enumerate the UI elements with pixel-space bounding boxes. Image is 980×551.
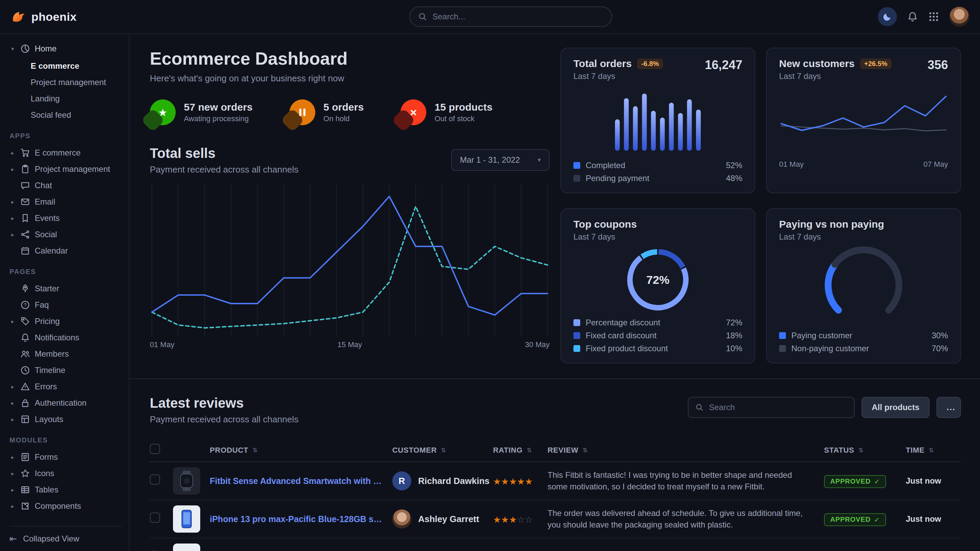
star-icon: [21, 468, 30, 478]
more-options-button[interactable]: ...: [936, 397, 961, 418]
review-time: Just now: [906, 476, 961, 486]
column-header-rating[interactable]: RATING⇅: [493, 446, 547, 455]
review-time: Just now: [906, 514, 961, 524]
sidebar-item-timeline[interactable]: Timeline: [10, 362, 122, 378]
apps-grid-button[interactable]: [928, 11, 939, 22]
reviews-title: Latest reviews: [150, 394, 298, 412]
puzzle-icon: [21, 501, 30, 511]
reviews-table: PRODUCT⇅ CUSTOMER⇅ RATING⇅ REVIEW⇅ STATU…: [150, 439, 961, 551]
sidebar-item-social[interactable]: ▸ Social: [10, 226, 122, 243]
total-sells-title: Total sells: [150, 144, 298, 162]
column-header-status[interactable]: STATUS⇅: [824, 446, 906, 455]
total-sells-x-axis: 01 May 15 May 30 May: [150, 340, 550, 349]
caret-right-icon: ▸: [10, 215, 16, 222]
sort-icon: ⇅: [441, 446, 446, 454]
sidebar-item-errors[interactable]: ▸ Errors: [10, 378, 122, 395]
column-header-review[interactable]: REVIEW⇅: [547, 446, 824, 455]
stat-value: 57 new orders: [184, 102, 253, 113]
paying-gauge-chart: [821, 243, 906, 314]
status-badge: APPROVED✓: [824, 513, 886, 526]
card-value: 16,247: [705, 58, 742, 72]
card-caption: Last 7 days: [573, 71, 705, 81]
sidebar-item-starter[interactable]: Starter: [10, 280, 122, 297]
sidebar-item-layouts[interactable]: ▸ Layouts: [10, 411, 122, 427]
legend-item: Pending payment 48%: [573, 173, 742, 183]
global-search[interactable]: [409, 6, 612, 27]
all-products-button[interactable]: All products: [862, 397, 930, 418]
theme-toggle-button[interactable]: [878, 7, 897, 26]
table-row: [150, 538, 961, 551]
card-title: New customers: [779, 58, 855, 70]
brand[interactable]: phoenix: [11, 9, 76, 24]
notifications-button[interactable]: [907, 11, 918, 22]
sidebar-subitem-social-feed[interactable]: Social feed: [31, 107, 122, 123]
legend-item: Non-paying customer 70%: [779, 344, 948, 353]
sidebar-item-members[interactable]: Members: [10, 346, 122, 362]
sidebar-item-icons[interactable]: ▸ Icons: [10, 465, 122, 481]
user-avatar[interactable]: [949, 7, 969, 27]
search-icon: [695, 403, 703, 411]
sidebar-subitem-landing[interactable]: Landing: [31, 91, 122, 107]
select-all-checkbox[interactable]: [150, 444, 160, 454]
row-checkbox[interactable]: [150, 475, 160, 484]
sidebar-subitem-project-management[interactable]: Project management: [31, 74, 122, 91]
sidebar-item-home[interactable]: ▾ Home: [10, 40, 122, 58]
star-icon: ★: [150, 99, 176, 125]
form-icon: [21, 452, 30, 462]
column-header-product[interactable]: PRODUCT⇅: [173, 446, 392, 455]
stat-caption: Out of stock: [434, 114, 492, 123]
product-thumbnail[interactable]: [173, 543, 200, 551]
stat-value: 15 products: [434, 102, 492, 113]
rating-stars: ★★★☆☆: [493, 513, 547, 526]
dashboard-header-section: Ecommerce Dashboard Here's what's going …: [150, 48, 550, 364]
brand-name: phoenix: [31, 10, 76, 24]
row-checkbox[interactable]: [150, 513, 160, 523]
stat-orders-on-hold: 5 orders On hold: [290, 99, 364, 125]
collapse-sidebar-toggle[interactable]: ⇤ Collapsed View: [10, 526, 122, 551]
close-icon: ×: [401, 99, 426, 125]
sidebar-item-email[interactable]: ▸ Email: [10, 194, 122, 210]
reviews-search-input[interactable]: [709, 403, 847, 412]
sidebar-item-ecommerce-app[interactable]: ▸ E commerce: [10, 144, 122, 161]
card-value: 356: [928, 58, 948, 72]
sidebar-item-authentication[interactable]: ▸ Authentication: [10, 395, 122, 411]
caret-right-icon: ▸: [10, 470, 16, 477]
sidebar-subitem-ecommerce[interactable]: E commerce: [31, 58, 122, 74]
reviews-search[interactable]: [688, 397, 855, 418]
clock-icon: [21, 365, 30, 375]
column-header-time[interactable]: TIME⇅: [906, 446, 961, 455]
sidebar-item-chat[interactable]: Chat: [10, 177, 122, 194]
customer-avatar: R: [392, 472, 411, 491]
date-range-select[interactable]: Mar 1 - 31, 2022 ▾: [451, 149, 550, 171]
product-thumbnail[interactable]: [173, 505, 200, 533]
trend-badge: -6.8%: [637, 59, 663, 69]
stat-out-of-stock: × 15 products Out of stock: [401, 99, 492, 125]
new-customers-chart: [779, 89, 948, 154]
sidebar-item-project-management[interactable]: ▸ Project management: [10, 161, 122, 177]
page-subtitle: Here's what's going on at your business …: [150, 72, 550, 84]
layout-icon: [21, 414, 30, 424]
sidebar-item-faq[interactable]: Faq: [10, 297, 122, 313]
latest-reviews-section: Latest reviews Payment received across a…: [150, 379, 961, 551]
star-icon: ☆: [525, 514, 533, 525]
sidebar: ▾ Home E commerce Project management Lan…: [0, 34, 129, 551]
column-header-customer[interactable]: CUSTOMER⇅: [392, 446, 493, 455]
sidebar-section-modules: MODULES: [10, 436, 122, 444]
sidebar-item-components[interactable]: ▸ Components: [10, 498, 122, 514]
product-thumbnail[interactable]: [173, 467, 200, 494]
sidebar-item-notifications[interactable]: Notifications: [10, 329, 122, 346]
sidebar-item-tables[interactable]: ▸ Tables: [10, 481, 122, 498]
product-link[interactable]: iPhone 13 pro max-Pacific Blue-128GB sto…: [210, 514, 383, 524]
sidebar-item-forms[interactable]: ▸ Forms: [10, 449, 122, 465]
sidebar-item-events[interactable]: ▸ Events: [10, 210, 122, 226]
global-search-input[interactable]: [433, 12, 603, 21]
sidebar-item-calendar[interactable]: Calendar: [10, 243, 122, 259]
pause-icon: [290, 99, 315, 125]
customer-name: Richard Dawkins: [418, 476, 490, 486]
rocket-icon: [21, 284, 30, 293]
stats-row: ★ 57 new orders Awating processing 5 ord…: [150, 99, 550, 125]
star-icon: ★: [493, 514, 501, 525]
caret-right-icon: ▸: [10, 384, 16, 390]
product-link[interactable]: Fitbit Sense Advanced Smartwatch with To…: [210, 476, 383, 486]
sidebar-item-pricing[interactable]: ▸ Pricing: [10, 313, 122, 329]
